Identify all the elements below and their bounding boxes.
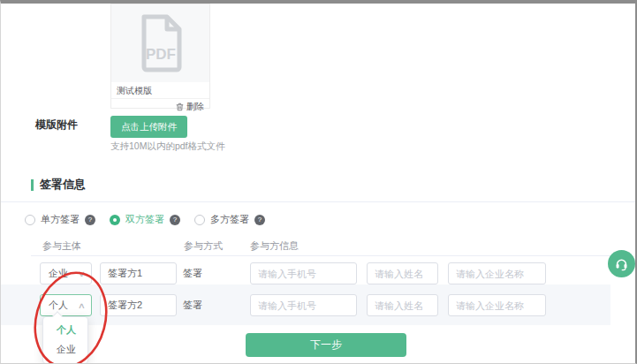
chevron-down-icon: ∨ [78, 269, 86, 278]
person-name-input-row1[interactable] [367, 262, 438, 284]
radio-label: 单方签署 [41, 213, 80, 226]
uploaded-file-card: PDF 测试模版 删除 [110, 4, 210, 109]
upload-hint: 支持10M以内的pdf格式文件 [110, 140, 225, 153]
sign-mode-radio-group: 单方签署 ? 双方签署 ? 多方签署 ? [25, 213, 279, 226]
radio-label: 双方签署 [125, 213, 164, 226]
person-name-input-row2[interactable] [367, 294, 438, 316]
radio-multi-party[interactable]: 多方签署 ? [194, 213, 265, 226]
delete-file-button[interactable]: 删除 [111, 99, 209, 113]
page: PDF 测试模版 删除 模版附件 点击上传附件 支持10M以内的pdf格式文件 … [0, 0, 637, 364]
subject-dropdown-menu: 个人 企业 [42, 316, 88, 364]
subject-select-row2[interactable]: 个人 ∧ [40, 294, 92, 316]
section-divider [1, 201, 635, 202]
signer-name-input-row1[interactable] [100, 262, 177, 284]
method-text-row1: 签署 [183, 262, 202, 284]
chevron-up-icon: ∧ [78, 301, 86, 310]
column-header-subject: 参与主体 [42, 239, 81, 253]
radio-single-party[interactable]: 单方签署 ? [25, 213, 95, 226]
subject-select-row1[interactable]: 企业 ∨ [40, 262, 92, 284]
radio-two-party[interactable]: 双方签署 ? [110, 213, 180, 226]
header-divider [31, 255, 610, 256]
radio-icon [25, 215, 35, 225]
signer-name-input-row2[interactable] [100, 294, 177, 316]
trash-icon [176, 102, 184, 111]
dropdown-option-company[interactable]: 企业 [43, 340, 87, 360]
method-text-row2: 签署 [183, 294, 202, 316]
upload-attachment-button[interactable]: 点击上传附件 [110, 116, 187, 138]
section-title: 签署信息 [40, 177, 86, 193]
sign-info-section-header: 签署信息 [31, 177, 86, 193]
next-step-button[interactable]: 下一步 [246, 333, 406, 357]
pdf-file-icon: PDF [136, 14, 186, 72]
section-accent-bar [31, 179, 34, 191]
question-circle-icon[interactable]: ? [85, 215, 95, 225]
pdf-type-label: PDF [146, 46, 176, 63]
radio-icon [110, 215, 120, 225]
headset-icon [614, 256, 629, 271]
radio-label: 多方签署 [210, 213, 249, 226]
phone-input-row2[interactable] [250, 294, 357, 316]
radio-icon [194, 215, 205, 225]
delete-file-label: 删除 [186, 101, 204, 113]
column-header-method: 参与方式 [184, 239, 223, 253]
template-attachment-label: 模版附件 [35, 118, 78, 133]
pdf-preview: PDF [111, 4, 209, 82]
dropdown-option-person[interactable]: 个人 [43, 321, 87, 340]
column-header-info: 参与方信息 [250, 239, 299, 253]
selected-value: 企业 [49, 267, 68, 280]
customer-support-button[interactable] [608, 250, 635, 277]
selected-value: 个人 [49, 299, 68, 312]
company-name-input-row2[interactable] [448, 294, 546, 316]
question-circle-icon[interactable]: ? [170, 215, 180, 225]
file-name: 测试模版 [111, 82, 209, 99]
question-circle-icon[interactable]: ? [254, 215, 265, 225]
company-name-input-row1[interactable] [448, 262, 546, 284]
phone-input-row1[interactable] [250, 262, 357, 284]
